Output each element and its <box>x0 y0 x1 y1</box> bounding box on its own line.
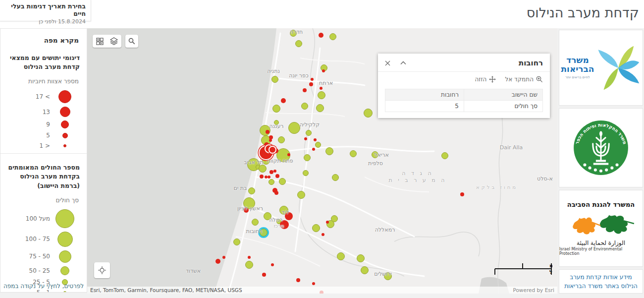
feature-popup: רחובות התמקד אל הזזה שם היישוב רחובות <box>378 54 550 118</box>
map-point-red[interactable] <box>319 33 323 38</box>
map-point-green[interactable] <box>233 238 240 245</box>
map-point-green[interactable] <box>245 261 253 269</box>
locate-button[interactable] <box>94 262 110 278</box>
map-point-green[interactable] <box>304 154 311 161</box>
map-label: רעננה <box>269 123 283 129</box>
map-point-green[interactable] <box>315 142 321 148</box>
map-point-red[interactable] <box>269 147 275 153</box>
sample-date-selector[interactable]: בחירת תאריך דגימות בעלי חיים 15.8.2024 ו… <box>0 0 91 21</box>
map-point-red[interactable] <box>260 175 264 179</box>
legend-circle <box>63 144 66 147</box>
header-bar: קדחת מערב הנילוס <box>0 0 644 28</box>
map-point-red[interactable] <box>296 278 300 282</box>
map-label: ארתח <box>319 80 333 86</box>
map-point-red[interactable] <box>309 82 313 86</box>
legend-circle <box>60 266 69 275</box>
map-point-red[interactable] <box>322 233 324 236</box>
legend-label: מעל 100 <box>26 215 50 222</box>
map-point-red[interactable] <box>304 137 307 140</box>
zoom-to-button[interactable]: התמקד אל <box>505 76 543 83</box>
legend-label: 5 <box>46 132 50 139</box>
map-point-red[interactable] <box>273 170 276 173</box>
map-point-green[interactable] <box>297 191 305 199</box>
search-button[interactable] <box>125 35 138 48</box>
map-point-green[interactable] <box>268 179 274 185</box>
map-point-green[interactable] <box>278 136 285 143</box>
map-point-green[interactable] <box>288 122 300 134</box>
popup-title: רחובות <box>416 59 543 67</box>
map-point-green[interactable] <box>306 130 312 136</box>
map-label: רמלה <box>269 217 282 223</box>
map-point-red[interactable] <box>268 176 270 179</box>
popup-collapse-button[interactable] <box>400 61 406 65</box>
legend-footer-hint: לפרטים, לחץ/י על נקודה במפה <box>0 283 87 290</box>
map-point-red[interactable] <box>266 130 269 134</box>
moh-star-icon <box>595 43 641 93</box>
map-point-green[interactable] <box>272 105 280 113</box>
map-point-green[interactable] <box>248 187 255 194</box>
legend-label: 100 - 75 <box>25 236 50 242</box>
map-point-red[interactable] <box>271 263 274 266</box>
map-point-green[interactable] <box>361 266 369 274</box>
map-label: אריאל <box>374 152 389 158</box>
map-point-red[interactable] <box>311 78 314 81</box>
powered-by-esri: Powered by Esri <box>513 287 554 293</box>
map-point-red[interactable] <box>262 273 266 277</box>
map-point-green[interactable] <box>357 254 365 262</box>
map-point-red[interactable] <box>274 191 278 195</box>
map-point-red[interactable] <box>275 174 279 178</box>
map-canvas[interactable]: חדרהנתניהכפר יונהארתחרעננהקלקיליהאריאלסל… <box>87 28 557 294</box>
map-point-red[interactable] <box>269 139 272 142</box>
map-point-green[interactable] <box>303 170 309 176</box>
map-point-green[interactable] <box>318 91 325 99</box>
map-point-green[interactable] <box>252 219 259 226</box>
map-point-red[interactable] <box>460 192 464 196</box>
info-link-card[interactable]: מידע אודות קדחת מערב הנילוס באתר משרד הב… <box>559 269 643 294</box>
map-point-red[interactable] <box>215 259 220 264</box>
map-point-green[interactable] <box>312 224 320 232</box>
popup-header: רחובות <box>378 54 550 71</box>
map-point-green[interactable] <box>316 104 324 112</box>
map-point-green[interactable] <box>295 40 302 47</box>
basemap-gallery-button[interactable] <box>96 38 104 45</box>
attribution-bar: Esri, TomTom, Garmin, Foursquare, FAO, M… <box>87 287 557 294</box>
patients-legend-rows: מעל 100100 - 7575 - 5050 - 2525 - 55 - 1 <box>0 208 87 293</box>
map-point-green[interactable] <box>331 215 338 222</box>
map-point-red[interactable] <box>222 256 225 259</box>
map-point-green[interactable] <box>350 150 357 157</box>
map-point-red[interactable] <box>312 148 315 151</box>
map-point-red[interactable] <box>248 256 251 259</box>
wnv-info-link[interactable]: מידע אודות קדחת מערב הנילוס באתר משרד הב… <box>559 273 643 291</box>
field-name-cell: סך חולים <box>464 101 543 112</box>
map-point-red[interactable] <box>303 88 307 92</box>
map-label: רמאללה <box>375 227 395 233</box>
layers-button[interactable] <box>110 37 118 45</box>
map-point-red[interactable] <box>326 221 329 224</box>
map-point-red[interactable] <box>320 87 322 90</box>
map-point-red[interactable] <box>269 170 273 174</box>
map-point-green[interactable] <box>441 152 448 159</box>
popup-close-icon[interactable] <box>385 60 390 66</box>
map-point-green[interactable] <box>259 165 267 173</box>
map-point-green[interactable] <box>301 103 308 110</box>
legend-circle <box>61 120 69 128</box>
map-point-green[interactable] <box>271 76 278 83</box>
legend-row: 75 - 50 <box>0 250 75 263</box>
zoom-to-label: התמקד אל <box>505 76 534 83</box>
map-point-green[interactable] <box>332 174 339 181</box>
map-point-red[interactable] <box>322 69 325 72</box>
legend-label: 13 <box>43 109 50 116</box>
map-point-green[interactable] <box>337 252 345 260</box>
legend-row: 5 <box>0 132 75 139</box>
svg-text:10 מייל: 10 מייל <box>549 269 552 275</box>
map-point-red[interactable] <box>281 98 286 103</box>
map-point-green[interactable] <box>279 178 286 185</box>
map-point-green[interactable] <box>364 109 373 118</box>
map-point-green[interactable] <box>329 33 336 40</box>
map-point-red[interactable] <box>314 138 317 141</box>
pan-to-button[interactable]: הזזה <box>475 76 496 83</box>
map-point-red[interactable] <box>312 282 315 285</box>
map-point-green[interactable] <box>325 147 333 155</box>
map-attribution: Esri, TomTom, Garmin, Foursquare, FAO, M… <box>90 287 242 293</box>
map-point-red[interactable] <box>287 153 290 156</box>
